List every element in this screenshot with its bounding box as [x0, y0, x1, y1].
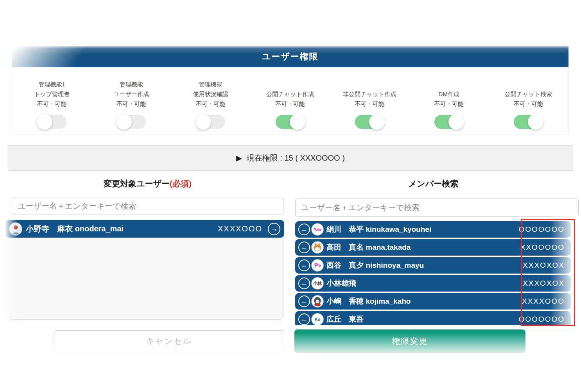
permission-column: 管理機能1トップ管理者不可・可能	[12, 67, 91, 129]
permission-column: DM作成不可・可能	[409, 67, 489, 129]
permission-label-line: 非公開チャット作成	[343, 89, 396, 99]
triangle-right-icon: ▶	[236, 154, 242, 163]
permission-toggle[interactable]	[434, 115, 463, 129]
avatar	[312, 242, 323, 253]
arrow-left-icon[interactable]: ←	[298, 242, 310, 253]
avatar	[312, 295, 323, 307]
permission-label: 非公開チャット作成不可・可能	[343, 78, 396, 109]
page-header: ユーザー権限	[12, 46, 568, 67]
permission-toggle-panel: 管理機能1トップ管理者不可・可能 管理機能ユーザー作成不可・可能 管理機能使用状…	[12, 67, 568, 134]
permission-toggle[interactable]	[38, 115, 66, 129]
permission-column: 公開チャット作成不可・可能	[250, 67, 330, 129]
member-row[interactable]: ← 高田 真名 mana.takada XXOOOOO	[295, 239, 571, 256]
toggle-knob-icon	[37, 114, 52, 130]
permission-label: 管理機能1トップ管理者不可・可能	[34, 78, 70, 109]
cancel-button-label: キャンセル	[146, 336, 192, 347]
member-name: 高田 真名 mana.takada	[326, 242, 520, 252]
permission-label-line: ユーザー作成	[113, 89, 149, 99]
arrow-left-icon[interactable]: ←	[298, 277, 310, 289]
permission-label: DM作成不可・可能	[434, 78, 464, 109]
permission-label-line: 公開チャット作成	[266, 89, 314, 99]
target-user-search-input[interactable]	[12, 197, 283, 215]
member-name: 広丘 東吾	[326, 314, 519, 324]
member-row[interactable]: ← 小嶋 香穂 kojima_kaho XXXXOOO	[295, 293, 571, 310]
member-row[interactable]: ← 小林 小林雄飛 XXXOXOX	[295, 275, 571, 292]
permission-label-line: 管理機能1	[38, 79, 65, 89]
permission-label: 管理機能ユーザー作成不可・可能	[113, 78, 149, 109]
avatar: 小林	[312, 277, 323, 289]
permission-label: 管理機能使用状況確認不可・可能	[193, 78, 228, 109]
permission-label-line: トップ管理者	[34, 89, 70, 99]
member-permission: OOOOOOO	[519, 225, 565, 234]
member-permission: OOOOOOO	[519, 315, 565, 324]
member-name: 小林雄飛	[326, 278, 523, 288]
permission-label-line: 不可・可能	[37, 99, 66, 109]
toggle-knob-icon	[116, 114, 132, 130]
permission-column: 非公開チャット作成不可・可能	[330, 67, 409, 129]
avatar	[9, 223, 22, 235]
permission-toggle[interactable]	[196, 115, 225, 129]
permission-label: 公開チャット作成不可・可能	[266, 78, 314, 109]
page-title: ユーザー権限	[262, 51, 318, 63]
target-user-heading-text: 変更対象ユーザー	[104, 178, 170, 189]
permission-toggle[interactable]	[117, 115, 146, 129]
toggle-knob-icon	[448, 114, 464, 130]
member-search-heading-text: メンバー検索	[409, 178, 458, 189]
target-user-heading: 変更対象ユーザー(必須)	[12, 178, 283, 190]
toggle-knob-icon	[195, 114, 211, 130]
permission-label-line: 不可・可能	[117, 99, 146, 109]
arrow-left-icon[interactable]: ←	[298, 260, 310, 271]
member-search-heading: メンバー検索	[295, 178, 572, 190]
member-permission: XXXOXOX	[523, 279, 565, 288]
member-row[interactable]: ← 尹5 西谷 真夕 nishinoya_mayu XXXOXOX	[295, 257, 571, 274]
selected-user-permission: XXXXOOO	[218, 224, 262, 233]
permission-label-line: 不可・可能	[514, 99, 543, 109]
current-permission-text: 現在権限 : 15 ( XXXOOOO )	[247, 153, 345, 163]
cancel-button[interactable]: キャンセル	[54, 330, 284, 352]
permission-label-line: 不可・可能	[434, 99, 464, 109]
member-list: ← Yan 絹川 恭平 kinukawa_kyouhei OOOOOOO ← 高…	[295, 221, 581, 325]
toggle-knob-icon	[528, 114, 543, 130]
change-permission-button[interactable]: 権限変更	[294, 329, 525, 353]
permission-label-line: DM作成	[439, 89, 459, 99]
permission-toggle[interactable]	[514, 115, 543, 129]
avatar: 尹5	[312, 260, 323, 271]
selected-target-user-row[interactable]: 小野寺 麻衣 onodera_mai XXXXOOO →	[5, 220, 284, 238]
required-badge: (必須)	[170, 178, 192, 189]
member-permission: XXOOOOO	[520, 243, 565, 252]
member-permission: XXXXOOO	[522, 297, 565, 306]
permission-label-line: 不可・可能	[355, 99, 384, 109]
permission-label-line: 管理機能	[199, 79, 222, 89]
permission-toggle[interactable]	[276, 115, 305, 129]
permission-label-line: 不可・可能	[196, 99, 225, 109]
permission-label-line: 公開チャット検索	[505, 89, 552, 99]
member-permission: XXXOXOX	[523, 261, 565, 270]
selected-user-name: 小野寺 麻衣 onodera_mai	[26, 224, 218, 234]
permission-column: 管理機能ユーザー作成不可・可能	[91, 67, 171, 129]
permission-label-line: 不可・可能	[275, 99, 305, 109]
member-name: 西谷 真夕 nishinoya_mayu	[326, 260, 523, 270]
permission-label-line: 使用状況確認	[193, 89, 228, 99]
permission-column: 公開チャット検索不可・可能	[489, 67, 568, 129]
arrow-left-icon[interactable]: ←	[298, 224, 310, 235]
change-permission-button-label: 権限変更	[392, 336, 428, 347]
arrow-left-icon[interactable]: ←	[298, 313, 310, 325]
toggle-knob-icon	[369, 114, 385, 130]
arrow-right-icon[interactable]: →	[268, 223, 280, 235]
member-row[interactable]: ← Yan 絹川 恭平 kinukawa_kyouhei OOOOOOO	[295, 221, 571, 238]
member-name: 小嶋 香穂 kojima_kaho	[326, 296, 522, 306]
member-search-input[interactable]	[295, 199, 579, 217]
target-user-list: 小野寺 麻衣 onodera_mai XXXXOOO →	[5, 220, 283, 320]
toggle-knob-icon	[290, 114, 305, 130]
permission-toggle[interactable]	[355, 115, 384, 129]
member-row[interactable]: ← Ko 広丘 東吾 OOOOOOO	[295, 311, 571, 325]
avatar: Ko	[312, 313, 323, 325]
member-name: 絹川 恭平 kinukawa_kyouhei	[326, 224, 519, 234]
avatar: Yan	[312, 224, 323, 235]
arrow-left-icon[interactable]: ←	[298, 295, 310, 307]
permission-label: 公開チャット検索不可・可能	[505, 78, 552, 109]
permission-column: 管理機能使用状況確認不可・可能	[171, 67, 250, 129]
permission-label-line: 管理機能	[120, 79, 143, 89]
current-permission-bar: ▶ 現在権限 : 15 ( XXXOOOO )	[8, 145, 573, 171]
